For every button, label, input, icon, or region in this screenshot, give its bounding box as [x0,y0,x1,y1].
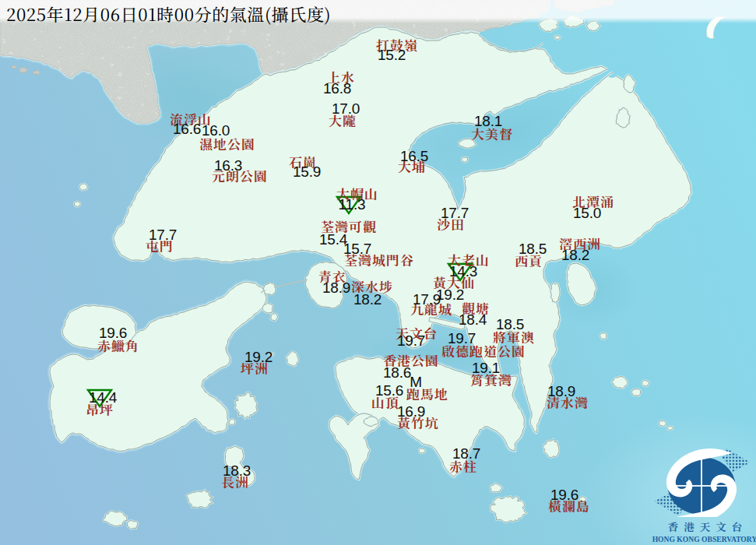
bluff-island [631,389,640,396]
hk-territory-map [0,0,756,545]
page-title: 2025年12月06日01時00分的氣溫(攝氏度) [6,2,331,26]
hko-logo-emblem [654,447,756,517]
station-value: 19.2 [244,349,273,366]
ap-chau [555,36,561,40]
title-bar: 2025年12月06日01時00分的氣溫(攝氏度) [0,0,756,23]
station-value: 11.3 [339,196,366,213]
yim-tin-tsai [462,157,468,162]
station-value: 16.9 [397,403,425,420]
station-value: 18.5 [519,241,547,258]
station-value: M [410,374,422,391]
station-value: 19.1 [472,360,500,377]
station-value: 16.0 [202,122,230,139]
station-value: 15.7 [343,241,371,258]
ninepin-south [667,427,673,431]
station-value: 17.0 [332,100,360,118]
station-value: 18.3 [223,462,251,480]
station-value: 18.5 [496,316,524,333]
station-value: 18.2 [353,291,382,308]
kau-yi-chau [262,304,273,313]
station-value: 17.7 [441,205,469,222]
station-value: 18.7 [452,445,480,462]
station-value: 18.9 [322,280,350,297]
station-value: 18.2 [561,247,589,264]
station-value: 15.6 [375,382,403,399]
station-value: 19.6 [99,325,127,342]
station-value: 18.1 [474,113,502,130]
hko-temperature-map-page: 2025年12月06日01時00分的氣溫(攝氏度) 打鼓嶺15.2上水16.8大… [0,0,756,545]
hko-logo-english-name: HONG KONG OBSERVATORY [646,535,756,543]
middle-island [419,448,426,453]
siu-kau-yi [271,314,278,321]
station-value: 16.8 [323,80,351,97]
station-value: 19.6 [550,487,578,504]
ninepin-north [659,421,666,427]
station-value: 18.9 [547,383,575,400]
hko-emblem-swirl [654,448,751,517]
station-value: 16.6 [173,121,201,138]
station-value: 18.6 [383,364,411,382]
hko-logo-chinese-name: 香港天文台 [654,519,756,534]
station-value: 16.5 [400,148,428,165]
ma-wan [263,283,276,295]
hko-logo: 香港天文台 HONG KONG OBSERVATORY [654,447,756,545]
station-value: 16.3 [214,157,242,174]
sha-chau [74,202,80,207]
station-value: 15.2 [378,47,406,64]
station-value: 18.4 [459,311,487,329]
station-value: 15.9 [293,164,321,181]
station-value: 15.0 [573,205,601,222]
station-value: 17.9 [413,291,441,308]
station-value: 14.4 [89,389,117,406]
station-value: 19.7 [448,330,476,347]
station-value: 17.7 [149,227,177,244]
lung-kwu-chau [79,184,87,190]
station-value: 19.7 [397,332,425,350]
